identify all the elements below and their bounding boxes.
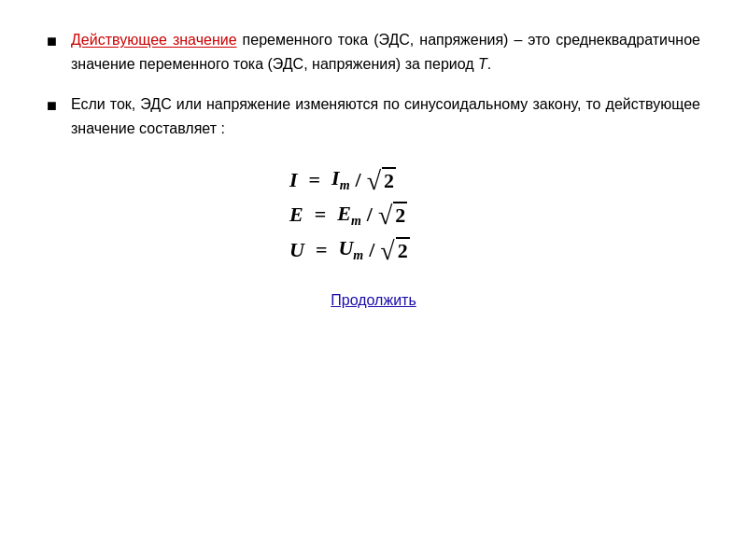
bullet2-text1: Если ток, ЭДС или напряжение изменяются … — [71, 96, 700, 136]
formula-I-eq: = — [309, 168, 321, 192]
formula-row-I: I = Im / √2 — [289, 166, 458, 193]
bullet-icon-2: ■ — [47, 93, 63, 119]
formula-I-sqrt: √2 — [367, 167, 396, 193]
bullet1-text2: . — [487, 56, 491, 72]
formula-U-var: Um — [338, 236, 363, 263]
continue-link-text: Продолжить — [331, 292, 416, 308]
formula-I-div: / — [356, 168, 361, 192]
bullet-icon-1: ■ — [47, 29, 63, 54]
formula-E-eq: = — [315, 203, 327, 227]
highlight-text: Действующее значение — [71, 32, 237, 48]
bullet-section-2: ■ Если ток, ЭДС или напряжение изменяютс… — [47, 92, 700, 140]
formula-E-sqrt: √2 — [378, 202, 407, 228]
formula-row-E: E = Em / √2 — [289, 202, 458, 229]
formula-U-eq: = — [316, 238, 328, 262]
formulas-block: I = Im / √2 E = Em / √2 U = Um / √2 — [47, 166, 700, 263]
sqrt-content-I: 2 — [382, 167, 396, 193]
sqrt-content-E: 2 — [393, 202, 407, 228]
sqrt-symbol-I: √ — [367, 168, 381, 194]
sqrt-content-U: 2 — [396, 237, 410, 263]
bullet1-italic: T — [478, 56, 487, 72]
sqrt-symbol-E: √ — [378, 203, 392, 229]
bullet-section-1: ■ Действующее значение переменного тока … — [47, 28, 700, 76]
bullet-text-2: Если ток, ЭДС или напряжение изменяются … — [71, 92, 700, 140]
page-container: ■ Действующее значение переменного тока … — [0, 0, 747, 560]
formula-E-div: / — [367, 203, 373, 227]
formula-I-left: I — [289, 168, 298, 192]
formula-I-var: Im — [331, 166, 349, 193]
formula-U-sqrt: √2 — [380, 237, 409, 263]
continue-section: Продолжить — [47, 292, 700, 309]
sqrt-symbol-U: √ — [380, 238, 394, 264]
formula-row-U: U = Um / √2 — [289, 236, 458, 263]
formula-E-left: E — [289, 203, 303, 227]
formula-E-var: Em — [337, 202, 361, 229]
formula-U-left: U — [289, 238, 304, 262]
bullet-text-1: Действующее значение переменного тока (Э… — [71, 28, 700, 76]
continue-link[interactable]: Продолжить — [331, 292, 416, 309]
formula-U-div: / — [369, 238, 374, 262]
